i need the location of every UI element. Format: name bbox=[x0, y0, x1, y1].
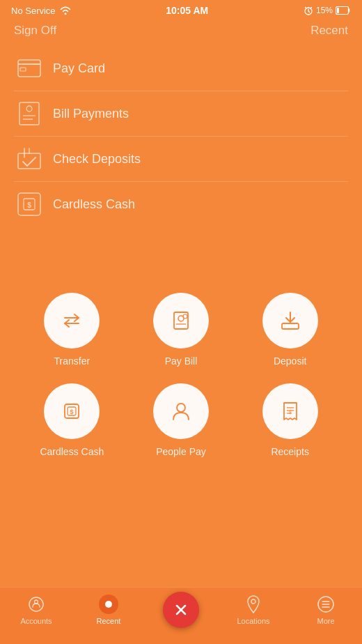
locations-icon bbox=[244, 595, 263, 614]
action-transfer[interactable]: Transfer bbox=[44, 293, 100, 367]
close-icon bbox=[173, 602, 189, 618]
action-pay-bill[interactable]: Pay Bill bbox=[153, 293, 209, 367]
tab-locations[interactable]: Locations bbox=[233, 595, 274, 625]
check-deposits-icon bbox=[17, 146, 42, 171]
action-receipts[interactable]: $ Receipts bbox=[262, 383, 318, 457]
recent-badge-dot bbox=[105, 601, 112, 608]
transfer-circle bbox=[44, 293, 100, 348]
action-grid: Transfer Pay Bill Deposit bbox=[0, 293, 362, 457]
tab-recent[interactable]: Recent bbox=[88, 595, 129, 625]
svg-point-16 bbox=[183, 314, 187, 319]
action-deposit-label: Deposit bbox=[274, 355, 306, 367]
menu-item-cardless-cash[interactable]: $ Cardless Cash bbox=[14, 182, 348, 227]
svg-rect-10 bbox=[18, 153, 40, 169]
svg-point-27 bbox=[29, 597, 43, 611]
pay-card-icon bbox=[17, 56, 42, 81]
recent-button[interactable]: Recent bbox=[310, 24, 348, 38]
close-fab-button[interactable] bbox=[163, 592, 199, 628]
svg-point-28 bbox=[35, 600, 38, 604]
action-people-pay-label: People Pay bbox=[156, 446, 206, 457]
more-icon bbox=[316, 595, 336, 614]
deposit-circle bbox=[262, 293, 318, 348]
top-nav: Sign Off Recent bbox=[0, 21, 362, 46]
menu-item-pay-card[interactable]: Pay Card bbox=[14, 46, 348, 91]
action-receipts-label: Receipts bbox=[271, 446, 308, 457]
menu-item-bill-payments[interactable]: Bill Payments bbox=[14, 91, 348, 137]
wifi-icon bbox=[60, 6, 71, 15]
status-right: 15% bbox=[304, 6, 351, 15]
action-pay-bill-label: Pay Bill bbox=[165, 355, 198, 367]
sign-off-button[interactable]: Sign Off bbox=[14, 24, 56, 38]
status-bar: No Service 10:05 AM 15% bbox=[0, 0, 362, 21]
battery-text: 15% bbox=[316, 6, 333, 15]
carrier-text: No Service bbox=[11, 6, 56, 16]
bill-payments-icon bbox=[17, 101, 42, 126]
svg-text:$: $ bbox=[70, 408, 74, 415]
svg-text:$: $ bbox=[27, 201, 31, 209]
people-pay-circle bbox=[153, 383, 209, 439]
recent-icon bbox=[99, 595, 118, 614]
action-cardless-cash-label: Cardless Cash bbox=[40, 446, 104, 457]
tab-accounts[interactable]: Accounts bbox=[15, 595, 57, 625]
tab-locations-label: Locations bbox=[237, 617, 269, 625]
action-transfer-label: Transfer bbox=[54, 355, 90, 367]
action-deposit[interactable]: Deposit bbox=[262, 293, 318, 367]
action-people-pay[interactable]: People Pay bbox=[153, 383, 209, 457]
action-cardless-cash[interactable]: $ Cardless Cash bbox=[40, 383, 104, 457]
svg-rect-18 bbox=[282, 323, 299, 329]
menu-item-cardless-cash-label: Cardless Cash bbox=[53, 197, 135, 212]
accounts-icon bbox=[26, 595, 46, 614]
tab-bar: Accounts Recent Locations bbox=[0, 587, 362, 644]
status-left: No Service bbox=[11, 6, 71, 16]
menu-item-bill-payments-label: Bill Payments bbox=[53, 107, 129, 121]
status-time: 10:05 AM bbox=[166, 5, 208, 16]
tab-center-fab[interactable] bbox=[160, 595, 202, 628]
svg-rect-2 bbox=[337, 8, 339, 13]
menu-item-check-deposits[interactable]: Check Deposits bbox=[14, 137, 348, 182]
cardless-cash-circle: $ bbox=[44, 383, 100, 439]
svg-rect-3 bbox=[18, 60, 40, 77]
pay-bill-circle bbox=[153, 293, 209, 348]
tab-accounts-label: Accounts bbox=[20, 617, 52, 625]
cardless-cash-icon: $ bbox=[17, 192, 42, 217]
menu-item-pay-card-label: Pay Card bbox=[53, 61, 105, 76]
receipts-circle: $ bbox=[262, 383, 318, 439]
menu-item-check-deposits-label: Check Deposits bbox=[53, 152, 141, 167]
svg-point-7 bbox=[26, 106, 32, 112]
svg-point-31 bbox=[251, 599, 255, 604]
svg-rect-5 bbox=[20, 68, 26, 71]
svg-point-22 bbox=[177, 404, 185, 412]
alarm-icon bbox=[304, 6, 313, 15]
recent-badge bbox=[99, 595, 118, 614]
svg-text:$: $ bbox=[289, 410, 292, 415]
battery-icon bbox=[336, 6, 351, 15]
tab-recent-label: Recent bbox=[97, 617, 121, 625]
menu-list: Pay Card Bill Payments Check Deposits bbox=[0, 46, 362, 227]
tab-more-label: More bbox=[317, 617, 334, 625]
tab-more[interactable]: More bbox=[305, 595, 347, 625]
